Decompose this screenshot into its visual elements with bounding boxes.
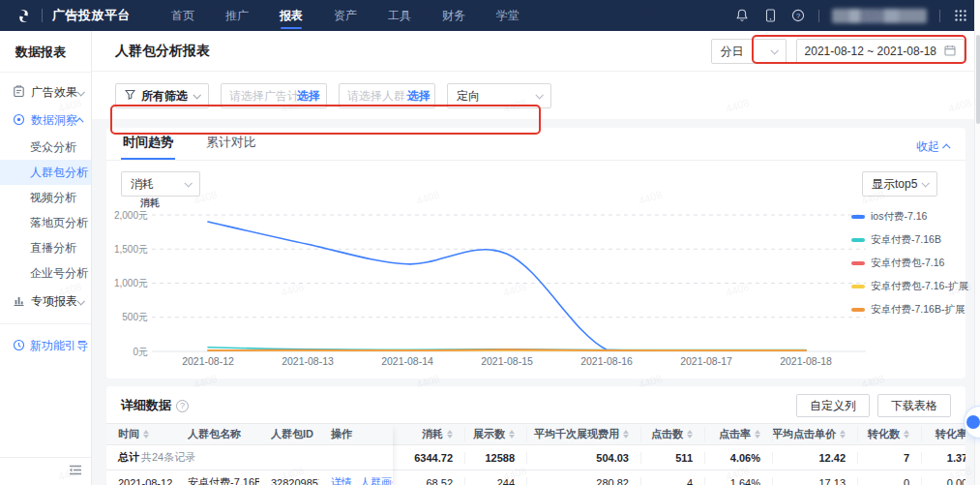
nav-item-报表[interactable]: 报表 xyxy=(264,0,318,31)
user-name-masked[interactable] xyxy=(832,9,927,23)
download-table-button[interactable]: 下载表格 xyxy=(877,394,951,417)
action-link-人群画像[interactable]: 人群画像 xyxy=(360,475,393,485)
sidebar-item-视频分析[interactable]: 视频分析 xyxy=(0,185,91,210)
column-label: 人群包名称 xyxy=(188,427,241,441)
question-circle-icon[interactable]: ? xyxy=(176,400,189,412)
column-label: 展示数 xyxy=(473,427,505,441)
sort-icon[interactable] xyxy=(447,430,453,439)
total-value: 1.37% xyxy=(947,452,965,464)
audience-pack-input[interactable] xyxy=(347,89,407,103)
table-header-row: 时间人群包名称人群包ID操作 xyxy=(106,424,393,445)
platform-logo-icon[interactable] xyxy=(15,8,32,24)
table-fixed-columns: 时间人群包名称人群包ID操作总计共24条记录2021-08-12安卓付费-7.1… xyxy=(106,424,393,485)
nav-item-工具[interactable]: 工具 xyxy=(372,0,427,31)
table-cell: 504.03 xyxy=(526,452,640,464)
sidebar-group-special-report[interactable]: 专项报表 xyxy=(0,288,91,316)
funnel-icon xyxy=(125,89,135,103)
sidebar: 数据报表 广告效果 数据洞察 受众分析人群包分析视频分析落地页分析直播分析企业号… xyxy=(0,31,92,485)
column-label: 平均点击单价 xyxy=(772,427,836,441)
nav-item-财务[interactable]: 财务 xyxy=(427,0,481,31)
ad-plan-select-link[interactable]: 选择 xyxy=(297,88,320,105)
table-cell: 总计共24条记录 xyxy=(106,450,393,465)
cell-date: 2021-08-12 xyxy=(118,477,172,485)
bar-chart-icon xyxy=(13,294,25,310)
targeting-select[interactable]: 定向 xyxy=(447,83,551,108)
svg-text:2021-08-18: 2021-08-18 xyxy=(780,355,832,367)
legend-item[interactable]: ios付费-7.16 xyxy=(851,210,952,224)
sort-icon[interactable] xyxy=(904,430,909,439)
page-header: 人群包分析报表 分日 2021-08-12 ~ 2021-08-18 xyxy=(92,31,980,119)
nav-item-首页[interactable]: 首页 xyxy=(156,0,210,31)
sidebar-item-new-feature-guide[interactable]: 新功能引导 xyxy=(0,338,91,354)
nav-item-学堂[interactable]: 学堂 xyxy=(481,0,535,31)
sidebar-item-人群包分析[interactable]: 人群包分析 xyxy=(0,160,91,185)
granularity-select[interactable]: 分日 xyxy=(711,39,787,64)
audience-pack-picker: 选择 xyxy=(339,83,435,108)
show-top5-select[interactable]: 显示top5 xyxy=(862,171,937,197)
total-note: 共24条记录 xyxy=(141,450,195,465)
bell-icon[interactable] xyxy=(734,8,750,23)
sidebar-item-落地页分析[interactable]: 落地页分析 xyxy=(0,210,91,235)
all-filters-dropdown[interactable]: 所有筛选 xyxy=(115,83,209,108)
cell-value: 280.82 xyxy=(596,477,629,485)
sidebar-item-受众分析[interactable]: 受众分析 xyxy=(0,135,91,160)
legend-swatch xyxy=(851,285,865,288)
total-value: 6344.72 xyxy=(414,452,453,464)
sort-icon[interactable] xyxy=(509,430,515,439)
svg-text:?: ? xyxy=(796,12,800,20)
nav-divider xyxy=(939,10,940,22)
table-cell: 安卓付费-7.16B xyxy=(176,475,259,485)
action-link-详情[interactable]: 详情 xyxy=(331,475,352,485)
sidebar-group-data-insight[interactable]: 数据洞察 xyxy=(0,106,91,135)
cell-value: 68.52 xyxy=(426,477,453,485)
svg-text:2021-08-15: 2021-08-15 xyxy=(481,355,533,367)
legend-item[interactable]: 安卓付费包-7.16-扩展 xyxy=(851,280,952,293)
legend-swatch xyxy=(851,215,865,219)
cell-pack-name: 安卓付费-7.16B xyxy=(188,475,259,485)
table-cell: 点击数 xyxy=(640,427,704,441)
table-cell: 17.13 xyxy=(772,477,857,485)
trend-tabs: 时间趋势 累计对比 xyxy=(106,128,965,161)
collapse-sidebar-icon[interactable] xyxy=(69,465,82,478)
cell-value: 244 xyxy=(497,477,515,485)
sort-icon[interactable] xyxy=(755,430,760,439)
sort-icon[interactable] xyxy=(840,430,846,439)
brand-title: 广告投放平台 xyxy=(52,7,131,24)
cell-value: 0 xyxy=(904,477,909,485)
legend-item[interactable]: 安卓付费-7.16B xyxy=(851,233,952,247)
customize-columns-button[interactable]: 自定义列 xyxy=(796,394,870,417)
svg-text:0元: 0元 xyxy=(133,347,148,357)
table-cell: 2021-08-12 xyxy=(106,477,176,485)
table-cell: 人群包名称 xyxy=(176,427,259,441)
help-icon[interactable]: ? xyxy=(790,8,806,23)
metric-select[interactable]: 消耗 xyxy=(121,171,200,197)
audience-pack-select-link[interactable]: 选择 xyxy=(407,88,431,105)
total-value: 511 xyxy=(675,452,693,464)
sort-icon[interactable] xyxy=(623,430,629,439)
mobile-app-icon[interactable] xyxy=(762,8,778,23)
column-label: 点击数 xyxy=(651,427,683,441)
nav-item-推广[interactable]: 推广 xyxy=(210,0,264,31)
date-range-picker[interactable]: 2021-08-12 ~ 2021-08-18 xyxy=(796,39,965,64)
sidebar-item-企业号分析[interactable]: 企业号分析 xyxy=(0,260,91,286)
nav-item-资产[interactable]: 资产 xyxy=(318,0,372,31)
apps-grid-icon[interactable] xyxy=(953,8,968,23)
sort-icon[interactable] xyxy=(687,430,693,439)
chevron-down-icon xyxy=(76,88,84,96)
legend-item[interactable]: 安卓付费包-7.16 xyxy=(851,257,952,270)
ad-plan-input[interactable] xyxy=(229,89,297,103)
sidebar-item-直播分析[interactable]: 直播分析 xyxy=(0,235,91,260)
collapse-panel-link[interactable]: 收起 xyxy=(916,138,950,155)
tab-cumulative-compare[interactable]: 累计对比 xyxy=(204,134,258,160)
sidebar-group-ad-effect[interactable]: 广告效果 xyxy=(0,78,91,106)
svg-text:1,500元: 1,500元 xyxy=(114,244,148,255)
top-navbar: 广告投放平台 首页推广报表资产工具财务学堂 ? xyxy=(0,0,980,31)
vertical-scrollbar-thumb[interactable] xyxy=(976,35,980,124)
legend-item[interactable]: 安卓付费-7.16B-扩展 xyxy=(851,303,952,317)
cell-value: 1.64% xyxy=(730,477,760,485)
cell-value: 0.00% xyxy=(947,477,965,485)
tab-time-trend[interactable]: 时间趋势 xyxy=(121,134,175,160)
sort-icon[interactable] xyxy=(143,430,149,439)
guide-icon xyxy=(13,339,25,354)
column-label: 转化率 xyxy=(935,427,965,441)
